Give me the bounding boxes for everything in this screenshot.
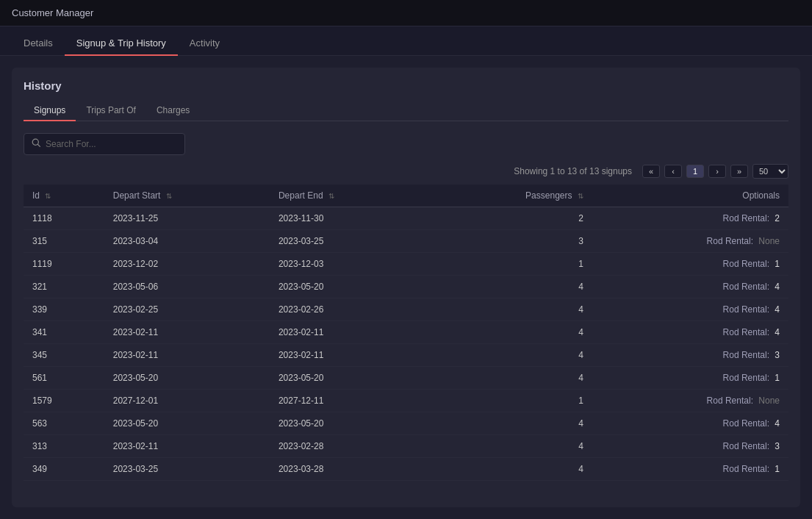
cell-depart-start: 2023-02-11 xyxy=(104,344,270,367)
cell-depart-start: 2023-02-25 xyxy=(104,298,270,321)
cell-id: 313 xyxy=(24,435,104,458)
cell-depart-start: 2023-12-02 xyxy=(104,253,270,276)
table-row: 561 2023-05-20 2023-05-20 4 Rod Rental: … xyxy=(24,367,788,390)
cell-depart-start: 2023-05-20 xyxy=(104,367,270,390)
col-passengers[interactable]: Passengers ⇅ xyxy=(429,185,592,207)
cell-depart-end: 2023-03-25 xyxy=(270,230,429,253)
cell-depart-end: 2023-05-20 xyxy=(270,276,429,298)
cell-optionals: Rod Rental: 3 xyxy=(592,344,788,367)
cell-passengers: 1 xyxy=(429,390,592,412)
cell-id: 1119 xyxy=(24,253,104,276)
opt-value: 3 xyxy=(775,350,780,360)
svg-line-1 xyxy=(38,145,40,147)
opt-value: 1 xyxy=(775,259,780,269)
cell-optionals: Rod Rental: None xyxy=(592,390,788,412)
tab-activity[interactable]: Activity xyxy=(178,32,231,56)
cell-optionals: Rod Rental: 1 xyxy=(592,367,788,390)
table-row: 1118 2023-11-25 2023-11-30 2 Rod Rental:… xyxy=(24,207,788,230)
last-page-button[interactable]: » xyxy=(730,165,748,178)
cell-optionals: Rod Rental: 1 xyxy=(592,458,788,481)
cell-depart-start: 2023-05-06 xyxy=(104,276,270,298)
signups-table: Id ⇅ Depart Start ⇅ Depart End ⇅ Passeng… xyxy=(24,185,788,481)
cell-id: 345 xyxy=(24,344,104,367)
tab-signup-trip-history[interactable]: Signup & Trip History xyxy=(65,32,178,56)
opt-label: Rod Rental: xyxy=(723,282,769,292)
col-depart-start[interactable]: Depart Start ⇅ xyxy=(104,185,270,207)
cell-passengers: 4 xyxy=(429,435,592,458)
cell-passengers: 4 xyxy=(429,344,592,367)
opt-label: Rod Rental: xyxy=(723,304,769,315)
history-title: History xyxy=(24,79,788,92)
cell-depart-start: 2023-11-25 xyxy=(104,207,270,230)
cell-optionals: Rod Rental: None xyxy=(592,230,788,253)
top-bar: Customer Manager xyxy=(0,0,812,26)
nav-tabs: Details Signup & Trip History Activity xyxy=(0,26,812,56)
col-id[interactable]: Id ⇅ xyxy=(24,185,104,207)
history-card: History Signups Trips Part Of Charges Sh… xyxy=(12,68,800,507)
cell-depart-start: 2023-02-11 xyxy=(104,321,270,344)
sub-tab-signups[interactable]: Signups xyxy=(24,101,76,121)
tab-details[interactable]: Details xyxy=(12,32,65,56)
opt-label: Rod Rental: xyxy=(707,395,753,406)
first-page-button[interactable]: « xyxy=(642,165,660,178)
cell-optionals: Rod Rental: 2 xyxy=(592,207,788,230)
cell-optionals: Rod Rental: 4 xyxy=(592,321,788,344)
cell-depart-end: 2027-12-11 xyxy=(270,390,429,412)
opt-label: Rod Rental: xyxy=(723,213,769,223)
cell-id: 339 xyxy=(24,298,104,321)
sub-tab-charges[interactable]: Charges xyxy=(146,101,200,121)
pagination-info: Showing 1 to 13 of 13 signups xyxy=(514,166,632,176)
opt-value: 4 xyxy=(775,327,780,337)
cell-optionals: Rod Rental: 4 xyxy=(592,276,788,298)
opt-value: 4 xyxy=(775,418,780,429)
col-optionals: Optionals xyxy=(592,185,788,207)
cell-id: 315 xyxy=(24,230,104,253)
prev-page-button[interactable]: ‹ xyxy=(664,165,682,178)
col-depart-end[interactable]: Depart End ⇅ xyxy=(270,185,429,207)
cell-depart-end: 2023-02-28 xyxy=(270,435,429,458)
main-content: History Signups Trips Part Of Charges Sh… xyxy=(0,56,812,519)
search-container xyxy=(24,133,788,155)
cell-depart-start: 2023-03-04 xyxy=(104,230,270,253)
cell-optionals: Rod Rental: 3 xyxy=(592,435,788,458)
table-row: 349 2023-03-25 2023-03-28 4 Rod Rental: … xyxy=(24,458,788,481)
page-1-button[interactable]: 1 xyxy=(686,165,704,178)
cell-passengers: 4 xyxy=(429,321,592,344)
cell-passengers: 4 xyxy=(429,298,592,321)
opt-label: Rod Rental: xyxy=(723,350,769,360)
cell-id: 341 xyxy=(24,321,104,344)
sort-start-icon: ⇅ xyxy=(166,192,172,200)
cell-depart-end: 2023-11-30 xyxy=(270,207,429,230)
opt-label: Rod Rental: xyxy=(723,259,769,269)
opt-value: 2 xyxy=(775,213,780,223)
search-icon xyxy=(32,138,41,150)
table-body: 1118 2023-11-25 2023-11-30 2 Rod Rental:… xyxy=(24,207,788,481)
cell-id: 1118 xyxy=(24,207,104,230)
table-wrapper: Id ⇅ Depart Start ⇅ Depart End ⇅ Passeng… xyxy=(24,185,788,495)
cell-depart-start: 2027-12-01 xyxy=(104,390,270,412)
cell-passengers: 4 xyxy=(429,458,592,481)
cell-depart-end: 2023-12-03 xyxy=(270,253,429,276)
sort-passengers-icon: ⇅ xyxy=(578,192,583,200)
opt-label: Rod Rental: xyxy=(723,327,769,337)
cell-passengers: 4 xyxy=(429,276,592,298)
cell-depart-start: 2023-05-20 xyxy=(104,412,270,435)
table-header-row: Id ⇅ Depart Start ⇅ Depart End ⇅ Passeng… xyxy=(24,185,788,207)
cell-depart-end: 2023-05-20 xyxy=(270,367,429,390)
cell-depart-start: 2023-03-25 xyxy=(104,458,270,481)
search-input[interactable] xyxy=(46,139,177,149)
cell-passengers: 4 xyxy=(429,412,592,435)
opt-value: 1 xyxy=(775,464,780,474)
opt-label: Rod Rental: xyxy=(723,441,769,451)
cell-depart-end: 2023-02-26 xyxy=(270,298,429,321)
per-page-select[interactable]: 50 100 200 xyxy=(752,164,788,179)
sub-tab-trips-part-of[interactable]: Trips Part Of xyxy=(76,101,146,121)
opt-label: Rod Rental: xyxy=(723,373,769,383)
next-page-button[interactable]: › xyxy=(708,165,726,178)
cell-optionals: Rod Rental: 4 xyxy=(592,412,788,435)
cell-passengers: 2 xyxy=(429,207,592,230)
opt-value: 3 xyxy=(775,441,780,451)
cell-id: 563 xyxy=(24,412,104,435)
sort-id-icon: ⇅ xyxy=(45,192,51,200)
cell-depart-start: 2023-02-11 xyxy=(104,435,270,458)
